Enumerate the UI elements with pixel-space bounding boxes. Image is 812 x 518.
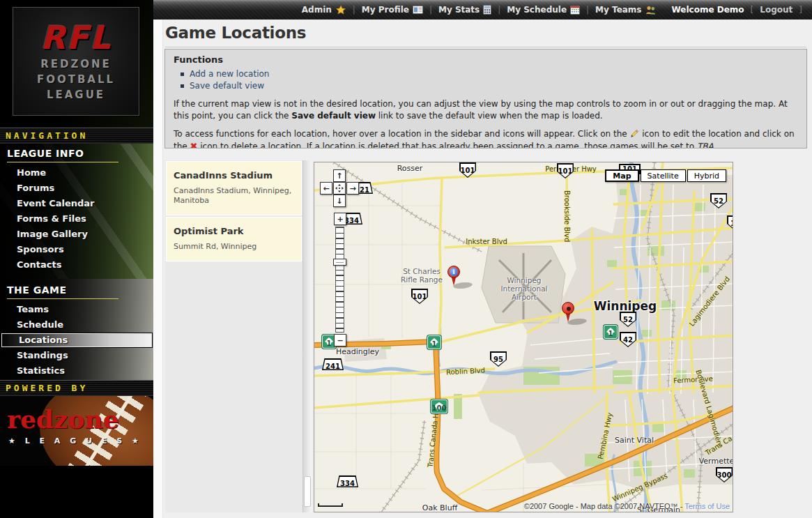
logout-bracket-open: [: [751, 5, 754, 15]
topbar-separator: |: [586, 5, 589, 15]
save-default-view-emphasis: Save default view: [291, 111, 376, 121]
topbar: Admin | My Profile | My Stats | My Sched…: [153, 0, 812, 20]
map-label-inkster-blvd: Inkster Blvd: [466, 238, 507, 245]
functions-box: Functions Add a new location Save defaul…: [164, 49, 807, 148]
pan-center-button[interactable]: [333, 182, 346, 195]
star-icon: [335, 5, 346, 15]
rfl-logo[interactable]: RFL REDZONE FOOTBALL LEAGUE: [13, 7, 139, 116]
the-game-header: THE GAME: [7, 284, 118, 299]
sidebar-item-contacts[interactable]: Contacts: [0, 257, 153, 273]
sidebar-item-standings[interactable]: Standings: [0, 348, 153, 363]
info-icon: i: [450, 268, 458, 276]
functions-heading: Functions: [174, 54, 798, 65]
sidebar-item-forms-files[interactable]: Forms & Files: [0, 211, 153, 227]
map-artwork: [314, 162, 733, 512]
map-label-oak-bluff: Oak Bluff: [422, 503, 457, 512]
trans-canada-shield-1: 1: [427, 335, 441, 349]
sidebar-item-event-calendar[interactable]: Event Calendar: [0, 196, 153, 211]
rfl-logo-word-1: REDZONE: [13, 56, 139, 72]
topbar-separator: |: [429, 5, 432, 15]
location-card-canadinns[interactable]: CanadInns Stadium CanadInns Stadium, Win…: [166, 161, 302, 215]
topbar-my-profile-link[interactable]: My Profile: [362, 5, 423, 15]
google-map[interactable]: Rosser Perimeter Hwy Brookside Blvd Inks…: [314, 162, 733, 512]
calculator-icon: [483, 5, 491, 15]
map-type-map-button[interactable]: Map: [605, 169, 638, 182]
league-info-section: LEAGUE INFO Home Forums Event Calendar F…: [0, 148, 153, 273]
calendar-icon: [570, 5, 580, 15]
logout-link[interactable]: Logout: [760, 5, 792, 15]
powered-by-banner: POWERED BY: [0, 380, 153, 396]
rfl-logo-acronym: RFL: [13, 19, 139, 56]
save-default-view-link[interactable]: Save default view: [190, 80, 264, 92]
sidebar: RFL REDZONE FOOTBALL LEAGUE NAVIGATION L…: [0, 0, 153, 518]
pan-right-button[interactable]: →: [346, 182, 359, 195]
location-address: Summit Rd, Winnipeg: [174, 242, 294, 252]
map-scale-bar: [318, 503, 343, 507]
highway-shield-241: 241: [322, 358, 344, 370]
map-label-brookside-blvd: Brookside Blvd: [563, 190, 571, 242]
sidebar-item-forums[interactable]: Forums: [0, 181, 153, 196]
pan-center-icon: [335, 184, 344, 192]
people-icon: [645, 6, 656, 15]
id-card-icon: [413, 6, 423, 14]
map-label-st-charles: St CharlesRifle Range: [401, 267, 443, 284]
the-game-section: THE GAME Teams Schedule Locations Standi…: [0, 284, 153, 379]
location-card-optimist-park[interactable]: Optimist Park Summit Rd, Winnipeg: [166, 217, 302, 261]
topbar-separator: |: [498, 5, 500, 15]
map-label-rosser: Rosser: [397, 164, 423, 173]
sidebar-item-statistics[interactable]: Statistics: [0, 363, 153, 379]
topbar-my-stats-link[interactable]: My Stats: [438, 5, 491, 15]
trans-canada-shield-1: 1: [604, 325, 618, 339]
content-area: Game Locations Functions Add a new locat…: [153, 20, 812, 518]
location-name: CanadInns Stadium: [174, 170, 294, 181]
zoom-in-button[interactable]: +: [334, 213, 346, 225]
redzone-brand-text: redzone: [7, 404, 119, 434]
edit-pencil-icon: [629, 128, 639, 138]
location-name: Optimist Park: [174, 226, 294, 236]
terms-of-use-link[interactable]: Terms of Use: [684, 502, 730, 510]
topbar-separator: |: [353, 5, 355, 15]
locations-scrollbar-thumb[interactable]: [304, 476, 311, 507]
highway-shield-334: 334: [337, 475, 358, 487]
redzone-leagues-logo[interactable]: redzone ★ L E A G U E S ★: [0, 396, 153, 466]
map-marker-st-charles-info[interactable]: i: [447, 266, 462, 289]
redzone-leagues-text: ★ L E A G U E S ★: [8, 436, 142, 445]
map-label-vermette: Vermette: [699, 457, 733, 466]
map-type-satellite-button[interactable]: Satellite: [641, 169, 686, 182]
map-label-saint-vital: Saint Vital: [615, 436, 654, 445]
bullet-square: [181, 73, 184, 76]
sidebar-item-sponsors[interactable]: Sponsors: [0, 242, 153, 257]
zoom-out-button[interactable]: −: [334, 334, 346, 346]
zoom-slider-handle[interactable]: [333, 259, 346, 266]
map-marker-winnipeg-location[interactable]: [561, 302, 576, 326]
pan-down-button[interactable]: ↓: [333, 195, 346, 207]
title-divider: [165, 47, 806, 47]
pan-up-button[interactable]: ↑: [333, 169, 346, 182]
sidebar-item-teams[interactable]: Teams: [0, 302, 153, 317]
sidebar-item-home[interactable]: Home: [0, 165, 153, 181]
rfl-logo-word-2: FOOTBALL: [13, 72, 139, 87]
trans-canada-shield-100: 100: [431, 399, 447, 413]
topbar-admin-link[interactable]: Admin: [302, 5, 346, 15]
functions-paragraph-2: To access functions for each location, h…: [174, 128, 798, 148]
sidebar-item-image-gallery[interactable]: Image Gallery: [0, 227, 153, 242]
topbar-my-teams-link[interactable]: My Teams: [595, 5, 655, 15]
topbar-my-schedule-link[interactable]: My Schedule: [507, 5, 580, 15]
add-location-link[interactable]: Add a new location: [190, 68, 269, 80]
page-title: Game Locations: [165, 24, 306, 42]
content-left-strip: [153, 20, 163, 518]
pan-left-button[interactable]: ←: [320, 182, 332, 195]
map-copyright: ©2007 Google - Map data ©2007 NAVTEQ™ - …: [524, 502, 730, 510]
zoom-slider-track[interactable]: [335, 227, 344, 333]
sidebar-item-locations[interactable]: Locations: [1, 333, 152, 347]
map-type-hybrid-button[interactable]: Hybrid: [687, 169, 726, 182]
navigation-banner: NAVIGATION: [0, 128, 153, 144]
locations-list-panel: CanadInns Stadium CanadInns Stadium, Win…: [165, 160, 312, 512]
locations-scrollbar-track[interactable]: [302, 160, 312, 512]
league-info-header: LEAGUE INFO: [7, 148, 118, 162]
map-label-winnipeg: Winnipeg: [594, 299, 657, 313]
logout-bracket-close: ]: [799, 5, 802, 15]
sidebar-item-schedule[interactable]: Schedule: [0, 317, 153, 333]
map-type-switcher: Map Satellite Hybrid: [605, 169, 726, 182]
bullet-square: [181, 84, 184, 88]
